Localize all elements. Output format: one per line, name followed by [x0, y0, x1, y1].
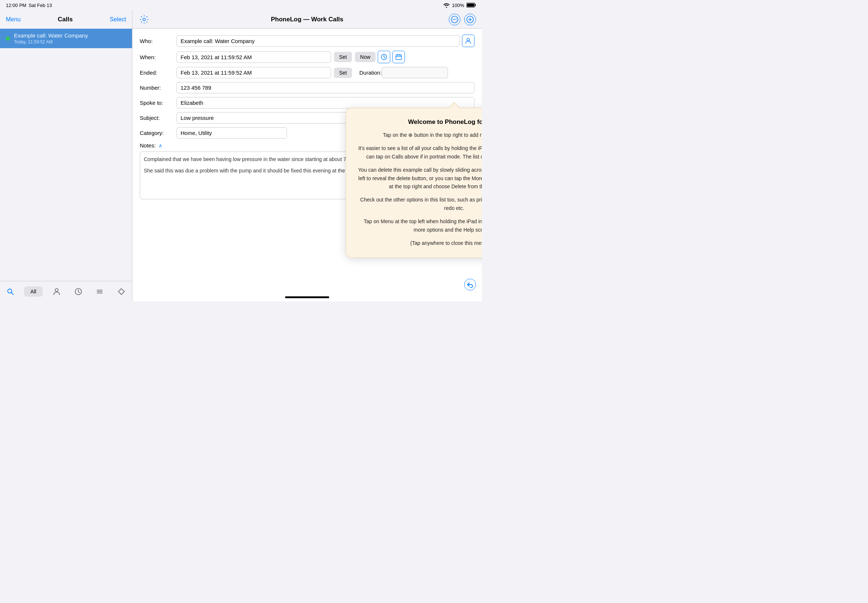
item-status-dot — [6, 37, 9, 40]
gear-icon — [139, 15, 149, 24]
person-icon — [53, 288, 61, 295]
svg-marker-12 — [118, 289, 124, 295]
duration-label: Duration: — [359, 70, 382, 76]
flag-filter-button[interactable] — [114, 285, 129, 298]
battery-level: 100% — [452, 3, 464, 8]
reply-icon — [466, 281, 474, 289]
ended-row: Ended: Set Duration: — [140, 67, 475, 78]
header-left — [138, 14, 150, 25]
when-row: When: Set Now — [140, 51, 475, 63]
category-input[interactable] — [176, 127, 287, 139]
status-indicators: 100% — [443, 3, 476, 8]
settings-button[interactable] — [138, 14, 150, 25]
status-bar: 12:00 PM Sat Feb 13 100% — [0, 0, 482, 10]
number-row: Number: — [140, 82, 475, 93]
who-input[interactable] — [176, 35, 460, 47]
item-subtitle: Today, 11:59:52 AM — [14, 39, 126, 45]
sidebar-nav: Menu Calls Select — [0, 10, 132, 29]
sidebar: Menu Calls Select Example call: Water Co… — [0, 10, 132, 302]
flag-icon — [117, 288, 125, 295]
main-title: PhoneLog — Work Calls — [271, 16, 343, 23]
svg-point-3 — [8, 289, 12, 293]
clock-picker-button[interactable] — [378, 51, 390, 63]
ended-set-button[interactable]: Set — [334, 68, 352, 78]
svg-line-8 — [78, 292, 80, 293]
popup-title: Welcome to PhoneLog for iPad — [358, 118, 482, 126]
item-title: Example call: Water Company — [14, 32, 126, 39]
main-header: PhoneLog — Work Calls — [132, 10, 482, 29]
spoke-to-label: Spoke to: — [140, 100, 176, 106]
add-call-button[interactable] — [464, 14, 476, 25]
status-date: Sat Feb 13 — [29, 3, 52, 8]
svg-point-5 — [55, 289, 58, 292]
contact-filter-button[interactable] — [49, 285, 64, 298]
battery-icon — [466, 3, 476, 8]
person-add-icon — [465, 37, 472, 44]
when-label: When: — [140, 54, 176, 60]
ended-label: Ended: — [140, 70, 176, 76]
sidebar-item-example-call[interactable]: Example call: Water Company Today, 11:59… — [0, 29, 132, 48]
more-options-button[interactable] — [449, 14, 461, 25]
popup-close: (Tap anywhere to close this message.) — [358, 239, 482, 247]
svg-line-24 — [384, 57, 385, 58]
popup-para2: It's easier to see a list of all your ca… — [358, 144, 482, 161]
header-right — [449, 14, 476, 25]
app-container: Menu Calls Select Example call: Water Co… — [0, 10, 482, 302]
sidebar-title: Calls — [58, 16, 73, 23]
who-label: Who: — [140, 38, 176, 44]
recent-filter-button[interactable] — [71, 285, 86, 298]
list-icon — [96, 288, 104, 295]
welcome-popup[interactable]: Welcome to PhoneLog for iPad Tap on the … — [346, 108, 482, 258]
duration-input[interactable] — [382, 67, 448, 78]
list-filter-button[interactable] — [92, 285, 107, 298]
spoke-to-row: Spoke to: — [140, 97, 475, 108]
popup-para4: Check out the other options in this list… — [358, 196, 482, 212]
when-now-button[interactable]: Now — [355, 52, 376, 62]
when-input[interactable] — [176, 51, 331, 63]
status-time-date: 12:00 PM Sat Feb 13 — [6, 3, 52, 8]
all-filter-button[interactable]: All — [24, 286, 43, 297]
search-button[interactable] — [3, 286, 18, 297]
back-button-container — [464, 279, 476, 291]
notes-collapse-arrow[interactable]: ∧ — [158, 143, 162, 148]
contact-picker-button[interactable] — [462, 34, 475, 47]
svg-point-16 — [454, 19, 455, 20]
status-time: 12:00 PM — [6, 3, 26, 8]
who-row: Who: — [140, 34, 475, 47]
number-input[interactable] — [176, 82, 475, 93]
svg-rect-25 — [396, 55, 402, 60]
svg-point-21 — [467, 39, 470, 41]
menu-button[interactable]: Menu — [6, 16, 21, 23]
clock-picker-icon — [381, 54, 387, 60]
calendar-picker-button[interactable] — [393, 51, 405, 63]
popup-para1: Tap on the ⊕ button in the top right to … — [358, 131, 482, 139]
popup-para3: You can delete this example call by slow… — [358, 166, 482, 190]
subject-label: Subject: — [140, 115, 176, 121]
svg-rect-2 — [467, 4, 475, 7]
sidebar-toolbar: All — [0, 281, 132, 302]
ended-input[interactable] — [176, 67, 331, 78]
clock-icon — [74, 288, 82, 295]
wifi-icon — [443, 3, 450, 8]
main-content: PhoneLog — Work Calls — [132, 10, 482, 302]
notes-label: Notes: — [140, 142, 156, 148]
more-dots-icon — [450, 15, 459, 23]
when-set-button[interactable]: Set — [334, 52, 352, 62]
calendar-icon — [395, 54, 402, 60]
back-button[interactable] — [464, 279, 476, 291]
home-indicator — [132, 293, 482, 302]
number-label: Number: — [140, 85, 176, 91]
popup-para5: Tap on Menu at the top left when holding… — [358, 217, 482, 234]
svg-point-15 — [453, 19, 454, 20]
plus-icon — [466, 15, 474, 23]
spoke-to-input[interactable] — [176, 97, 475, 108]
select-button[interactable]: Select — [110, 16, 126, 23]
home-bar — [285, 296, 329, 298]
category-label: Category: — [140, 130, 176, 136]
svg-line-4 — [11, 293, 13, 295]
search-icon — [7, 288, 14, 295]
sidebar-list: Example call: Water Company Today, 11:59… — [0, 29, 132, 281]
svg-point-13 — [143, 18, 145, 20]
svg-rect-1 — [475, 4, 476, 6]
svg-point-17 — [456, 19, 457, 20]
